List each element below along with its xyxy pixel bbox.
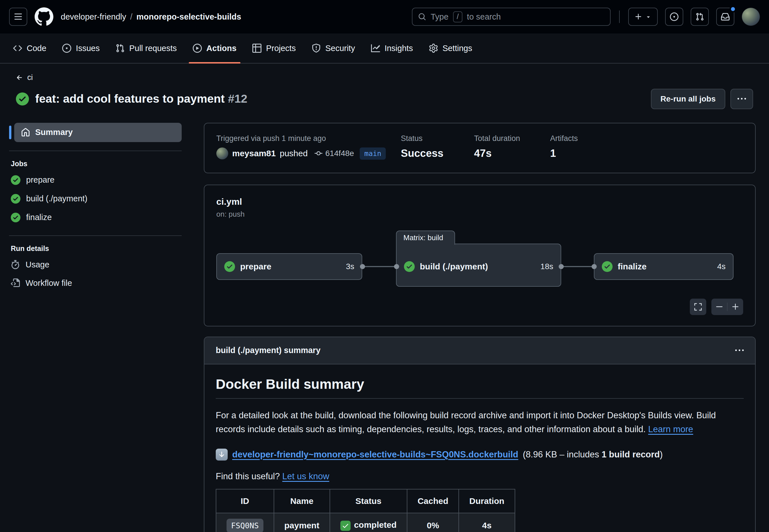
tab-label: Issues — [76, 44, 100, 53]
graph-fullscreen-button[interactable] — [690, 299, 706, 315]
col-header-status: Status — [330, 489, 407, 513]
tab-code[interactable]: Code — [5, 33, 54, 63]
build-record-download-row: developer-friendly~monorepo-selective-bu… — [216, 449, 744, 461]
table-header-row: ID Name Status Cached Duration — [216, 489, 515, 513]
node-duration: 4s — [717, 262, 726, 271]
build-record-download-link[interactable]: developer-friendly~monorepo-selective-bu… — [232, 449, 518, 460]
tab-projects[interactable]: Projects — [245, 33, 304, 63]
github-logo[interactable] — [35, 7, 53, 26]
node-duration: 3s — [346, 262, 354, 271]
breadcrumb-separator: / — [130, 12, 132, 22]
breadcrumb-repo-link[interactable]: monorepo-selective-builds — [136, 12, 241, 22]
check-circle-icon — [602, 261, 613, 272]
minus-icon — [715, 303, 724, 311]
cell-duration: 4s — [459, 513, 515, 532]
node-label: finalize — [618, 262, 647, 271]
docker-build-summary-heading: Docker Build summary — [216, 376, 744, 399]
job-summary-kebab-button[interactable] — [735, 346, 744, 355]
tab-insights[interactable]: Insights — [363, 33, 421, 63]
tab-settings[interactable]: Settings — [421, 33, 480, 63]
page-title: feat: add cool features to payment #12 — [35, 92, 247, 105]
let-us-know-link[interactable]: Let us know — [282, 471, 329, 481]
graph-edge — [362, 266, 396, 267]
artifacts-label: Artifacts — [550, 134, 578, 143]
issue-opened-icon — [62, 44, 71, 53]
workflow-file-name: ci.yml — [216, 197, 743, 207]
download-arrow-icon — [216, 449, 228, 461]
commit-sha-link[interactable]: 614f48e — [325, 149, 354, 158]
create-new-button[interactable] — [628, 8, 658, 26]
run-sidebar: Summary Jobs prepare build (./payment) f… — [9, 123, 182, 292]
graph-node-build-payment[interactable]: build (./payment) 18s — [397, 253, 560, 280]
plus-icon — [731, 303, 740, 311]
branch-badge[interactable]: main — [360, 147, 386, 160]
learn-more-link[interactable]: Learn more — [648, 424, 693, 434]
run-main-content: Triggered via push 1 minute ago meysam81… — [204, 123, 756, 532]
sidebar-job-prepare[interactable]: prepare — [9, 171, 182, 189]
screen-full-icon — [694, 303, 702, 311]
actor-avatar[interactable] — [216, 147, 228, 159]
col-header-name: Name — [274, 489, 330, 513]
sidebar-item-usage[interactable]: Usage — [9, 256, 182, 274]
workflow-graph-panel: ci.yml on: push prepare 3s Matrix: build… — [204, 185, 756, 326]
issues-dashboard-button[interactable] — [665, 8, 683, 26]
hamburger-icon — [14, 12, 22, 21]
table-row: FSQ0NS payment completed 0% 4s — [216, 513, 515, 532]
search-input[interactable]: Type / to search — [412, 8, 611, 26]
check-circle-icon — [11, 175, 20, 185]
breadcrumb-owner-link[interactable]: developer-friendly — [61, 12, 126, 22]
workflow-file-label: Workflow file — [26, 278, 72, 288]
tab-issues[interactable]: Issues — [54, 33, 107, 63]
plus-icon — [635, 13, 643, 21]
unread-notification-dot — [730, 6, 736, 12]
matrix-group: build (./payment) 18s — [396, 244, 561, 287]
triggered-label: Triggered via push 1 minute ago — [216, 134, 401, 143]
col-header-cached: Cached — [407, 489, 459, 513]
graph-icon — [371, 44, 380, 53]
user-avatar[interactable] — [742, 8, 760, 26]
node-label: build (./payment) — [420, 262, 488, 271]
code-icon — [13, 44, 22, 53]
rerun-all-jobs-button[interactable]: Re-run all jobs — [651, 89, 725, 109]
run-number: #12 — [228, 92, 247, 105]
github-octocat-icon — [35, 7, 53, 26]
zoom-out-button[interactable] — [711, 303, 727, 311]
graph-node-prepare[interactable]: prepare 3s — [216, 253, 362, 280]
graph-edge-dot — [559, 264, 564, 269]
job-summary-card: build (./payment) summary Docker Build s… — [204, 337, 756, 532]
run-options-kebab-button[interactable] — [730, 89, 753, 109]
run-details-heading: Run details — [11, 244, 182, 253]
sidebar-job-build-payment[interactable]: build (./payment) — [9, 189, 182, 208]
stopwatch-icon — [11, 260, 20, 269]
node-duration: 18s — [540, 262, 553, 271]
tab-label: Actions — [207, 44, 237, 53]
trigger-action: pushed — [280, 149, 307, 158]
tab-actions[interactable]: Actions — [185, 33, 245, 63]
sidebar-job-finalize[interactable]: finalize — [9, 208, 182, 227]
search-placeholder-suffix: to search — [467, 12, 501, 22]
sidebar-item-summary[interactable]: Summary — [14, 123, 182, 142]
tab-label: Insights — [385, 44, 413, 53]
back-to-workflow-link[interactable]: ci — [16, 73, 33, 82]
graph-node-finalize[interactable]: finalize 4s — [594, 253, 734, 280]
check-mark-emoji-icon — [340, 521, 351, 531]
hamburger-menu-button[interactable] — [9, 8, 27, 26]
header-divider — [619, 10, 620, 23]
graph-zoom-controls — [711, 299, 743, 315]
tab-pull-requests[interactable]: Pull requests — [107, 33, 185, 63]
actor-link[interactable]: meysam81 — [232, 149, 276, 158]
cell-status: completed — [330, 513, 407, 532]
check-circle-icon — [11, 194, 20, 204]
search-placeholder-prefix: Type — [431, 12, 448, 22]
gear-icon — [429, 44, 438, 53]
arrow-left-icon — [16, 74, 23, 81]
pull-requests-dashboard-button[interactable] — [691, 8, 709, 26]
cell-id: FSQ0NS — [216, 513, 274, 532]
zoom-in-button[interactable] — [727, 303, 743, 311]
tab-security[interactable]: Security — [304, 33, 363, 63]
workflow-name: ci — [27, 73, 33, 82]
cell-cached: 0% — [407, 513, 459, 532]
sidebar-item-workflow-file[interactable]: Workflow file — [9, 274, 182, 292]
inbox-button[interactable] — [716, 8, 734, 26]
graph-edge — [561, 266, 594, 267]
